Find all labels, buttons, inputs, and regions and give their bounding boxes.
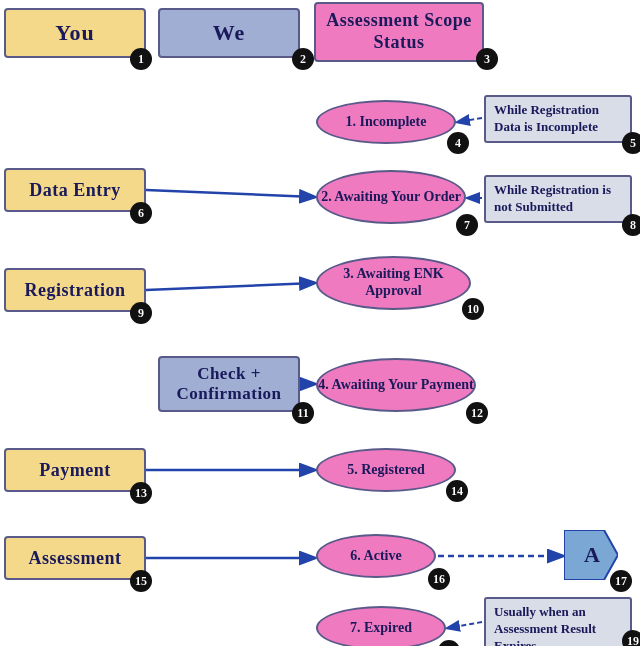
- we-label: We: [158, 8, 300, 58]
- status-ellipse-1: 1. Incomplete: [316, 100, 456, 144]
- badge-3: 3: [476, 48, 498, 70]
- badge-18: 18: [438, 640, 460, 646]
- badge-17: 17: [610, 570, 632, 592]
- status-ellipse-6: 6. Active: [316, 534, 436, 578]
- badge-14: 14: [446, 480, 468, 502]
- badge-4: 4: [447, 132, 469, 154]
- badge-9: 9: [130, 302, 152, 324]
- badge-2: 2: [292, 48, 314, 70]
- svg-line-8: [448, 622, 482, 628]
- badge-5: 5: [622, 132, 640, 154]
- assessment-scope-label: Assessment Scope Status: [314, 2, 484, 62]
- svg-line-1: [146, 283, 314, 290]
- note-incomplete: While Registration Data is Incomplete: [484, 95, 632, 143]
- note-expired: Usually when an Assessment Result Expire…: [484, 597, 632, 646]
- note-not-submitted: While Registration is not Submitted: [484, 175, 632, 223]
- badge-1: 1: [130, 48, 152, 70]
- badge-10: 10: [462, 298, 484, 320]
- badge-6: 6: [130, 202, 152, 224]
- registration-label: Registration: [4, 268, 146, 312]
- you-label: You: [4, 8, 146, 58]
- status-ellipse-3: 3. Awaiting ENK Approval: [316, 256, 471, 310]
- status-ellipse-4: 4. Awaiting Your Payment: [316, 358, 476, 412]
- check-confirmation-label: Check + Confirmation: [158, 356, 300, 412]
- badge-8: 8: [622, 214, 640, 236]
- status-ellipse-2: 2. Awaiting Your Order: [316, 170, 466, 224]
- badge-13: 13: [130, 482, 152, 504]
- diagram: You 1 We 2 Assessment Scope Status 3 1. …: [0, 0, 640, 646]
- badge-15: 15: [130, 570, 152, 592]
- payment-label: Payment: [4, 448, 146, 492]
- badge-11: 11: [292, 402, 314, 424]
- svg-text:A: A: [584, 542, 600, 567]
- badge-16: 16: [428, 568, 450, 590]
- svg-line-0: [146, 190, 314, 197]
- data-entry-label: Data Entry: [4, 168, 146, 212]
- status-ellipse-7: 7. Expired: [316, 606, 446, 646]
- badge-7: 7: [456, 214, 478, 236]
- svg-line-6: [458, 118, 482, 122]
- assessment-label: Assessment: [4, 536, 146, 580]
- status-ellipse-5: 5. Registered: [316, 448, 456, 492]
- badge-12: 12: [466, 402, 488, 424]
- shape-a: A: [564, 530, 618, 580]
- badge-19: 19: [622, 630, 640, 646]
